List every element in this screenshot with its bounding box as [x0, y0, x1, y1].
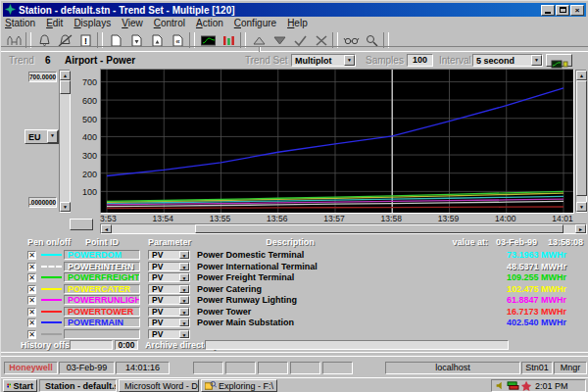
- chevron-down-icon[interactable]: ▼: [47, 130, 58, 143]
- minimize-button[interactable]: [541, 5, 555, 16]
- pen-on-off-checkbox[interactable]: ✕: [27, 318, 36, 327]
- parameter-select[interactable]: PV▼: [148, 250, 190, 260]
- taskbar-task-station-task[interactable]: Station - default.stn -...: [39, 379, 117, 392]
- chevron-down-icon[interactable]: ▼: [179, 273, 189, 281]
- status-separator: [1, 352, 588, 357]
- point-description: Power Main Substation: [197, 318, 294, 327]
- start-label: Start: [13, 381, 33, 391]
- legend-row: ✕POWERCATERPV▼Power Catering102.475 MWHr: [1, 284, 588, 295]
- trend-header: Trend 6 Airport - Power Trend Set Multip…: [1, 53, 588, 68]
- y-max-input[interactable]: 700.0000: [28, 72, 57, 82]
- chevron-down-icon[interactable]: ▼: [179, 330, 189, 338]
- alarm-tray-icon[interactable]: [521, 380, 532, 391]
- x-tick-label: 13:56: [261, 214, 294, 223]
- chevron-down-icon[interactable]: ▼: [344, 55, 355, 66]
- point-description: Power Freight Terminal: [197, 272, 294, 282]
- parameter-select[interactable]: PV▼: [148, 295, 190, 305]
- history-offset-value[interactable]: 0:00: [115, 340, 138, 350]
- menu-item-edit[interactable]: Edit: [46, 18, 63, 29]
- chevron-down-icon[interactable]: ▼: [179, 263, 189, 270]
- pen-on-off-checkbox[interactable]: ✕: [27, 251, 36, 260]
- menu-item-action[interactable]: Action: [196, 18, 223, 29]
- status-bar: Honeywell 03-Feb-99 14:01:16 localhost S…: [1, 362, 588, 375]
- plot-hscrollbar[interactable]: ◄ ►: [100, 223, 587, 234]
- point-id-field[interactable]: [64, 329, 140, 339]
- scrollbar-thumb[interactable]: [195, 224, 564, 233]
- interval-select[interactable]: 5 second ▼: [472, 54, 543, 67]
- start-button[interactable]: Start: [3, 379, 37, 392]
- point-value: 402.540 MWHr: [442, 318, 566, 327]
- point-id-field[interactable]: POWERMAIN: [64, 318, 140, 327]
- volume-icon[interactable]: [495, 380, 505, 391]
- trend-set-select[interactable]: Multiplot ▼: [291, 54, 356, 67]
- pan-button[interactable]: [70, 219, 93, 230]
- point-id-field[interactable]: POWERFREIGHT: [64, 272, 140, 282]
- point-value: 48.5371 MWHr: [442, 262, 566, 271]
- maximize-button[interactable]: [556, 5, 569, 16]
- trend-plot[interactable]: [100, 69, 574, 214]
- x-tick-label: 13:55: [204, 214, 237, 223]
- scroll-up-icon[interactable]: ▲: [576, 71, 587, 80]
- pen-color-sample: [41, 288, 62, 290]
- menu-item-view[interactable]: View: [122, 18, 143, 29]
- menu-item-configure[interactable]: Configure: [234, 18, 276, 29]
- plot-vscrollbar[interactable]: ▲ ▼: [575, 70, 587, 213]
- parameter-select[interactable]: PV▼: [148, 262, 190, 271]
- history-offset-input[interactable]: [70, 340, 113, 350]
- pen-on-off-checkbox[interactable]: ✕: [27, 308, 36, 317]
- menu-item-displays[interactable]: Displays: [74, 18, 111, 29]
- taskbar-task-explorer-task[interactable]: Exploring - F:\: [201, 379, 277, 392]
- unit-select[interactable]: EU ▼: [24, 129, 59, 144]
- scrollbar-thumb[interactable]: [576, 80, 587, 196]
- point-description: Power International Terminal: [197, 262, 318, 271]
- network-cards-icon[interactable]: [507, 380, 519, 391]
- archive-directory-input[interactable]: [205, 340, 509, 350]
- point-id-field[interactable]: POWERINTERN: [64, 262, 140, 271]
- parameter-select[interactable]: PV▼: [148, 318, 190, 327]
- parameter-select[interactable]: PV▼: [148, 329, 190, 339]
- explorer-task-icon: [205, 380, 217, 392]
- point-description: Power Tower: [197, 307, 251, 317]
- trend-type-icon: [551, 60, 568, 69]
- pen-on-off-checkbox[interactable]: ✕: [27, 285, 36, 294]
- parameter-value: PV: [149, 272, 179, 282]
- scroll-right-icon[interactable]: ►: [575, 224, 586, 233]
- trend-set-value: Multiplot: [292, 56, 344, 66]
- scroll-left-icon[interactable]: ◄: [101, 224, 112, 233]
- menu-item-help[interactable]: Help: [287, 18, 308, 29]
- x-tick-label: 14:00: [489, 214, 522, 223]
- chevron-down-icon[interactable]: ▼: [179, 308, 189, 316]
- y-min-input[interactable]: .0000000: [28, 197, 57, 208]
- pen-on-off-checkbox[interactable]: ✕: [27, 330, 36, 339]
- menu-item-station[interactable]: Station: [5, 18, 35, 29]
- chevron-down-icon[interactable]: ▼: [179, 251, 189, 259]
- point-id-field[interactable]: POWERDOM: [64, 250, 140, 260]
- taskbar-clock: 2:01 PM: [535, 381, 568, 391]
- x-tick-label: 13:54: [146, 214, 179, 223]
- point-value: 73.1963 MWHr: [442, 250, 566, 260]
- point-id-field[interactable]: POWERRUNLIGHT: [64, 295, 140, 305]
- point-id-field[interactable]: POWERCATER: [64, 284, 140, 294]
- legend-row: ✕POWERINTERNPV▼Power International Termi…: [1, 262, 588, 272]
- pen-on-off-checkbox[interactable]: ✕: [27, 263, 36, 271]
- pen-on-off-checkbox[interactable]: ✕: [27, 273, 36, 282]
- parameter-select[interactable]: PV▼: [148, 284, 190, 294]
- chevron-down-icon[interactable]: ▼: [179, 285, 189, 293]
- taskbar-task-word-task[interactable]: WMicrosoft Word - Document5: [119, 379, 199, 392]
- trend-type-button[interactable]: [546, 54, 572, 67]
- scroll-down-icon[interactable]: ▼: [576, 202, 587, 212]
- parameter-select[interactable]: PV▼: [148, 272, 190, 282]
- pen-on-off-checkbox[interactable]: ✕: [27, 296, 36, 305]
- point-id-field[interactable]: POWERTOWER: [64, 307, 140, 317]
- close-button[interactable]: ×: [570, 5, 584, 16]
- chevron-down-icon[interactable]: ▼: [179, 296, 189, 304]
- samples-input[interactable]: 100: [407, 54, 433, 67]
- parameter-select[interactable]: PV▼: [148, 307, 190, 317]
- y-tick-label: 600: [82, 96, 97, 106]
- svg-text:!: !: [84, 36, 87, 46]
- menu-item-control[interactable]: Control: [154, 18, 185, 29]
- chevron-down-icon[interactable]: ▼: [531, 55, 542, 66]
- chevron-down-icon[interactable]: ▼: [179, 318, 189, 326]
- parameter-header: Parameter: [148, 237, 191, 247]
- interval-value: 5 second: [473, 56, 531, 66]
